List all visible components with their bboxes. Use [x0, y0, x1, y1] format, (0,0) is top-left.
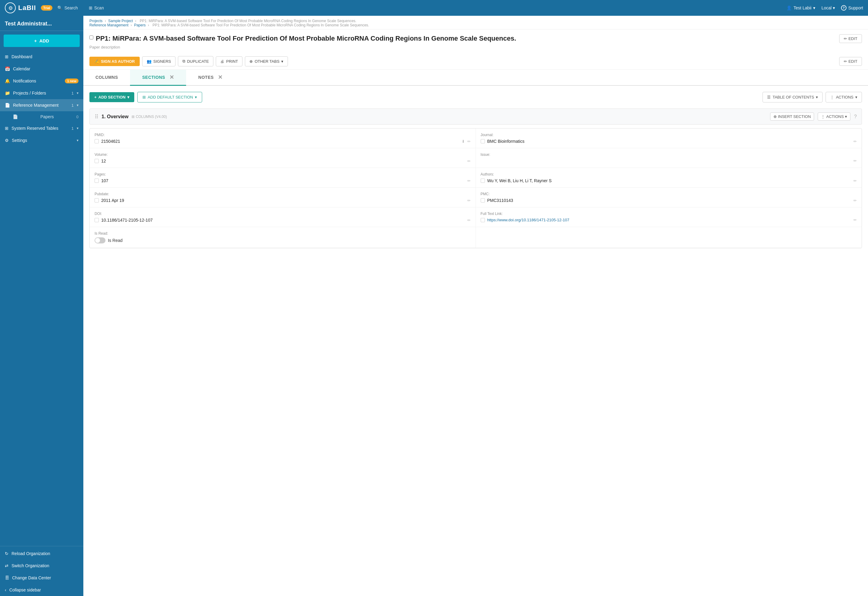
add-section-button[interactable]: + ADD SECTION ▾	[89, 92, 134, 102]
local-chevron-icon: ▾	[833, 6, 835, 10]
sidebar-item-switch-org[interactable]: ⇄ Switch Organization	[0, 560, 83, 572]
section-actions-button[interactable]: ⋮ ACTIONS ▾	[818, 112, 850, 121]
field-volume: Volume: 12 ✏	[90, 148, 476, 168]
fulltext-edit-icon[interactable]: ✏	[853, 218, 857, 222]
paper-edit-button[interactable]: ✏ EDIT	[839, 34, 862, 43]
action-edit-button[interactable]: ✏ EDIT	[839, 57, 862, 66]
doi-edit-icon[interactable]: ✏	[467, 218, 471, 222]
field-pubdate: Pubdate: 2011 Apr 19 ✏	[90, 188, 476, 207]
sections-tab-close-icon[interactable]: ✕	[170, 74, 174, 81]
field-pmid: PMID: 21504621 ⬇ ✏	[90, 129, 476, 148]
sidebar-item-projects[interactable]: 📁 Projects / Folders 1 ▾	[0, 87, 83, 99]
calendar-icon: 📅	[5, 67, 10, 71]
other-tabs-icon: ⊕	[249, 59, 253, 64]
sign-icon: ✍	[94, 59, 99, 64]
section-toolbar: + ADD SECTION ▾ ⊞ ADD DEFAULT SECTION ▾ …	[89, 92, 862, 102]
volume-edit-icon[interactable]: ✏	[467, 159, 471, 163]
authors-edit-icon[interactable]: ✏	[853, 179, 857, 183]
tabs-bar: COLUMNS SECTIONS ✕ NOTES ✕	[83, 70, 868, 86]
duplicate-button[interactable]: ⧉ DUPLICATE	[178, 56, 213, 67]
journal-edit-icon[interactable]: ✏	[853, 139, 857, 144]
toc-icon: ☰	[767, 95, 771, 99]
edit-pencil-icon: ✏	[844, 36, 847, 41]
isread-toggle-container: Is Read	[94, 237, 471, 243]
sidebar-item-reload-org[interactable]: ↻ Reload Organization	[0, 547, 83, 560]
issue-edit-icon[interactable]: ✏	[853, 158, 857, 163]
toolbar-actions-button[interactable]: ⋮ ACTIONS ▾	[825, 92, 862, 102]
question-icon: ?	[841, 5, 846, 10]
fulltext-checkbox[interactable]	[481, 218, 485, 222]
settings-icon: ⚙	[5, 138, 9, 143]
pmid-download-icon[interactable]: ⬇	[462, 139, 465, 144]
toc-chevron-icon: ▾	[816, 95, 818, 99]
print-button[interactable]: 🖨 PRINT	[216, 56, 242, 67]
pages-value: 107	[101, 178, 465, 183]
breadcrumb: Projects › Sample Project › PP1: MiRPara…	[83, 16, 868, 30]
print-icon: 🖨	[220, 59, 224, 64]
add-default-icon: ⊞	[142, 95, 146, 99]
sidebar-item-system-reserved[interactable]: ⊞ System Reserved Tables 1 ▾	[0, 122, 83, 134]
pages-checkbox[interactable]	[94, 179, 99, 183]
breadcrumb-papers-link[interactable]: Papers	[134, 23, 145, 27]
breadcrumb-projects-link[interactable]: Projects	[89, 19, 102, 23]
columns-table-icon: ⊞	[131, 115, 134, 119]
table-of-contents-button[interactable]: ☰ TABLE OF CONTENTS ▾	[763, 92, 822, 102]
pmid-checkbox[interactable]	[94, 139, 99, 143]
pubdate-checkbox[interactable]	[94, 198, 99, 203]
sidebar-item-change-datacenter[interactable]: 🗄 Change Data Center	[0, 572, 83, 584]
add-button[interactable]: + ADD	[4, 34, 80, 47]
drag-handle-icon[interactable]: ⠿	[94, 113, 99, 120]
journal-value: BMC Bioinformatics	[487, 139, 851, 144]
breadcrumb-sample-project-link[interactable]: Sample Project	[108, 19, 133, 23]
signers-icon: 👥	[147, 59, 152, 64]
pmc-edit-icon[interactable]: ✏	[853, 198, 857, 203]
sidebar-item-dashboard[interactable]: ⊞ Dashboard	[0, 50, 83, 63]
pmc-checkbox[interactable]	[481, 198, 485, 203]
breadcrumb-paper-title1: PP1: MiRPara: A SVM-based Software Tool …	[140, 19, 356, 23]
insert-section-button[interactable]: ⊕ INSERT SECTION	[770, 112, 814, 121]
authors-checkbox[interactable]	[481, 179, 485, 183]
add-default-section-button[interactable]: ⊞ ADD DEFAULT SECTION ▾	[137, 92, 202, 102]
sign-as-author-button[interactable]: ✍ SIGN AS AUTHOR	[89, 57, 140, 66]
search-button[interactable]: 🔍 Search	[57, 6, 78, 10]
doi-checkbox[interactable]	[94, 218, 99, 222]
sidebar-item-reference[interactable]: 📄 Reference Management 1 ▾	[0, 99, 83, 111]
sidebar-item-settings[interactable]: ⚙ Settings ▾	[0, 134, 83, 146]
support-button[interactable]: ? Support	[841, 5, 863, 10]
section-title: 1. Overview	[102, 114, 128, 120]
pubdate-edit-icon[interactable]: ✏	[467, 198, 471, 203]
breadcrumb-reference-link[interactable]: Reference Management	[89, 23, 128, 27]
sidebar-item-notifications[interactable]: 🔔 Notifications 1 new	[0, 75, 83, 87]
paper-checkbox[interactable]	[89, 35, 93, 39]
other-tabs-button[interactable]: ⊕ OTHER TABS ▾	[245, 56, 288, 67]
volume-checkbox[interactable]	[94, 159, 99, 163]
fields-grid: PMID: 21504621 ⬇ ✏ Journal: BMC Bioinfor…	[89, 128, 862, 248]
help-icon[interactable]: ?	[854, 114, 857, 120]
local-menu[interactable]: Local ▾	[821, 6, 835, 10]
paper-title: PP1: MiRPara: A SVM-based Software Tool …	[96, 34, 839, 43]
tab-columns[interactable]: COLUMNS	[83, 70, 130, 86]
scan-button[interactable]: ⊞ Scan	[89, 6, 104, 10]
pages-edit-icon[interactable]: ✏	[467, 179, 471, 183]
user-menu[interactable]: 👤 Test Labii ▾	[787, 6, 815, 10]
sidebar-item-papers[interactable]: 📄 Papers 0	[13, 111, 83, 122]
insert-section-icon: ⊕	[774, 114, 777, 119]
sections-content: + ADD SECTION ▾ ⊞ ADD DEFAULT SECTION ▾ …	[83, 86, 868, 254]
signers-button[interactable]: 👥 SIGNERS	[142, 56, 176, 67]
sidebar: Test Administrat... + ADD ⊞ Dashboard 📅 …	[0, 16, 83, 596]
tab-sections[interactable]: SECTIONS ✕	[130, 70, 186, 86]
sidebar-item-calendar[interactable]: 📅 Calendar	[0, 63, 83, 75]
breadcrumb-sep1: ›	[105, 19, 107, 23]
isread-toggle[interactable]	[94, 237, 105, 243]
pmid-value: 21504621	[101, 139, 459, 144]
section-actions-icon: ⋮	[821, 114, 825, 119]
tab-notes[interactable]: NOTES ✕	[186, 70, 235, 86]
notes-tab-close-icon[interactable]: ✕	[218, 74, 223, 81]
breadcrumb-sep2: ›	[135, 19, 137, 23]
journal-checkbox[interactable]	[481, 139, 485, 143]
sidebar-item-collapse[interactable]: ‹ Collapse sidebar	[0, 584, 83, 596]
add-section-plus-icon: +	[94, 95, 97, 99]
other-tabs-chevron-icon: ▾	[281, 59, 283, 64]
fulltext-value[interactable]: https://www.doi.org/10.1186/1471-2105-12…	[487, 218, 851, 222]
pmid-edit-icon[interactable]: ✏	[467, 139, 471, 144]
